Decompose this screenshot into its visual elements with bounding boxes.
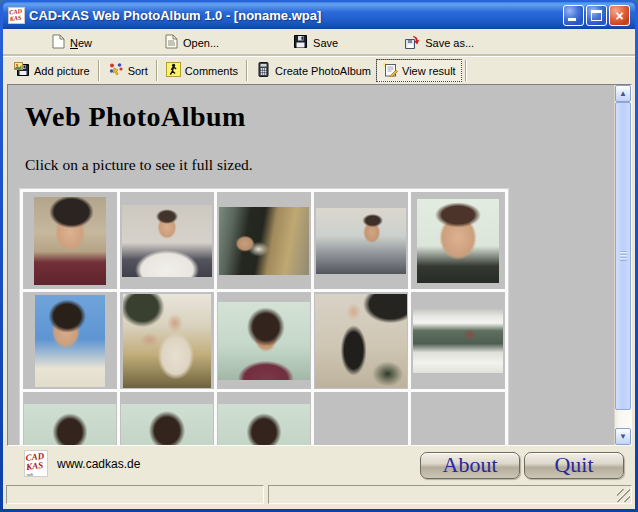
new-page-icon	[51, 34, 65, 51]
svg-text:soft: soft	[27, 472, 34, 477]
scrollbar-thumb[interactable]	[615, 102, 631, 410]
photo-cell	[314, 292, 408, 389]
new-label: New	[70, 37, 92, 49]
scrollbar-grip-icon	[620, 251, 627, 261]
photo-grid-row	[23, 392, 505, 445]
save-as-icon	[404, 34, 420, 52]
add-picture-label: Add picture	[34, 65, 90, 77]
photo-thumbnail[interactable]	[218, 404, 310, 446]
about-button[interactable]: About	[420, 452, 520, 479]
photo-cell	[23, 392, 117, 445]
open-button[interactable]: Open...	[160, 32, 223, 53]
scroll-up-button[interactable]: ▲	[615, 85, 631, 102]
view-result-icon	[382, 62, 398, 79]
window-title: CAD-KAS Web PhotoAlbum 1.0 - [noname.wpa…	[29, 8, 563, 23]
photo-thumbnail[interactable]	[413, 309, 503, 373]
scroll-down-arrow-icon: ▼	[619, 433, 627, 441]
photo-cell	[217, 392, 311, 445]
status-panel-left	[6, 485, 264, 504]
comments-button[interactable]: Comments	[161, 59, 243, 82]
photo-cell	[217, 192, 311, 289]
close-icon: ×	[615, 9, 623, 23]
add-picture-button[interactable]: Add picture	[9, 59, 95, 82]
create-photoalbum-icon	[256, 62, 271, 79]
photo-thumbnail[interactable]	[35, 295, 105, 387]
photo-thumbnail[interactable]	[219, 207, 309, 275]
window-body: New Open... Save Save as... Add picture	[3, 29, 635, 509]
maximize-button[interactable]	[586, 5, 607, 26]
status-panel-right	[268, 485, 632, 504]
photo-cell	[411, 192, 505, 289]
save-floppy-icon	[293, 34, 308, 51]
photo-thumbnail[interactable]	[218, 302, 310, 380]
scroll-down-button[interactable]: ▼	[615, 428, 631, 445]
photo-cell	[120, 392, 214, 445]
maximize-icon	[591, 10, 602, 21]
toolbar-separator	[465, 60, 467, 81]
quit-button[interactable]: Quit	[524, 452, 624, 479]
create-photoalbum-label: Create PhotoAlbum	[275, 65, 371, 77]
comments-label: Comments	[185, 65, 238, 77]
page-title: Web PhotoAlbum	[25, 101, 614, 133]
status-bar	[3, 483, 635, 506]
add-picture-icon	[14, 62, 30, 79]
sort-icon	[108, 62, 124, 79]
photo-thumbnail[interactable]	[315, 294, 407, 388]
photo-cell	[23, 192, 117, 289]
minimize-button[interactable]	[563, 5, 584, 26]
photo-cell	[23, 292, 117, 389]
photo-thumbnail[interactable]	[417, 199, 499, 283]
photo-cell	[217, 292, 311, 389]
open-document-icon	[164, 34, 178, 51]
resize-grip[interactable]	[617, 489, 630, 502]
save-button[interactable]: Save	[289, 32, 342, 53]
photo-cell	[120, 292, 214, 389]
app-window: CADKAS CAD-KAS Web PhotoAlbum 1.0 - [non…	[0, 0, 638, 512]
photo-thumbnail[interactable]	[34, 197, 106, 285]
view-result-button[interactable]: View result	[376, 59, 462, 82]
photo-thumbnail[interactable]	[121, 404, 213, 446]
minimize-icon	[568, 18, 576, 21]
save-label: Save	[313, 37, 338, 49]
title-bar[interactable]: CADKAS CAD-KAS Web PhotoAlbum 1.0 - [non…	[3, 2, 635, 29]
window-controls: ×	[563, 5, 630, 26]
photo-grid-row	[23, 192, 505, 289]
photo-grid	[20, 189, 508, 445]
toolbar-separator	[98, 60, 100, 81]
cadkas-logo: CADKASsoft	[24, 450, 48, 477]
view-result-label: View result	[402, 65, 456, 77]
photo-thumbnail[interactable]	[316, 208, 406, 274]
cadkas-app-icon: CADKAS	[8, 7, 25, 24]
photo-cell	[411, 292, 505, 389]
website-link[interactable]: www.cadkas.de	[57, 457, 140, 471]
photo-thumbnail[interactable]	[24, 404, 116, 446]
save-as-label: Save as...	[425, 37, 474, 49]
close-button[interactable]: ×	[609, 5, 630, 26]
photoalbum-preview: Web PhotoAlbum Click on a picture to see…	[8, 85, 614, 445]
sort-button[interactable]: Sort	[103, 59, 153, 82]
photo-thumbnail[interactable]	[122, 205, 212, 277]
actions-toolbar: Add picture Sort Comments Create PhotoAl…	[3, 56, 635, 84]
file-toolbar: New Open... Save Save as...	[3, 29, 635, 56]
photo-cell	[120, 192, 214, 289]
toolbar-separator	[246, 60, 248, 81]
open-label: Open...	[183, 37, 219, 49]
preview-pane: Web PhotoAlbum Click on a picture to see…	[7, 84, 632, 446]
save-as-button[interactable]: Save as...	[400, 32, 478, 54]
photo-cell	[314, 192, 408, 289]
vertical-scrollbar: ▲ ▼	[614, 85, 631, 445]
photo-thumbnail[interactable]	[123, 294, 211, 388]
new-button[interactable]: New	[47, 32, 96, 53]
create-photoalbum-button[interactable]: Create PhotoAlbum	[251, 59, 376, 82]
comments-icon	[166, 62, 181, 79]
instruction-text: Click on a picture to see it full sized.	[25, 156, 614, 174]
sort-label: Sort	[128, 65, 148, 77]
photo-cell-empty	[411, 392, 505, 445]
photo-cell-empty	[314, 392, 408, 445]
photo-grid-row	[23, 292, 505, 389]
scroll-up-arrow-icon: ▲	[619, 90, 627, 98]
footer-bar: CADKASsoft www.cadkas.de About Quit	[3, 446, 635, 483]
toolbar-separator	[156, 60, 158, 81]
